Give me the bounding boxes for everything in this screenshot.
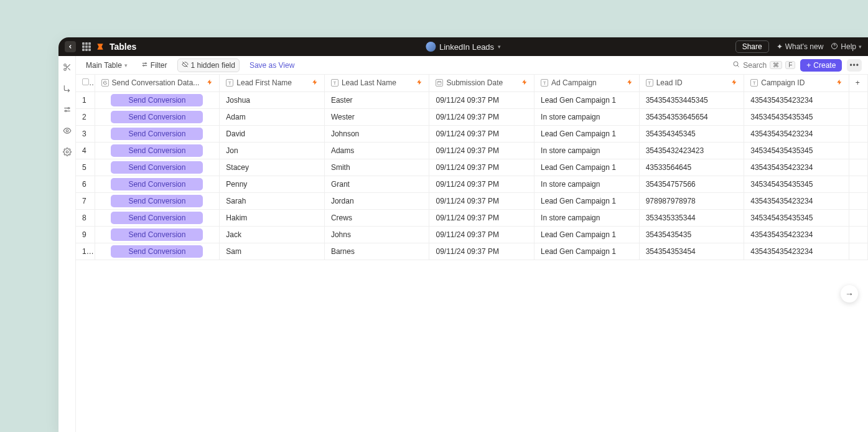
campaignid-cell[interactable]: 435435435423234 bbox=[744, 243, 849, 260]
column-header[interactable]: TLead Last Name bbox=[324, 75, 429, 92]
campaign-cell[interactable]: In store campaign bbox=[534, 209, 640, 226]
date-cell[interactable]: 09/11/24 09:37 PM bbox=[429, 192, 534, 209]
first-name-cell[interactable]: Adam bbox=[220, 108, 325, 125]
leadid-cell[interactable]: 354354353445345 bbox=[639, 92, 744, 108]
table-row[interactable]: 2Send ConversionAdamWester09/11/24 09:37… bbox=[76, 108, 868, 125]
table-row[interactable]: 10Send ConversionSamBarnes09/11/24 09:37… bbox=[76, 243, 868, 260]
leadid-cell[interactable]: 43533564645 bbox=[639, 159, 744, 176]
column-header[interactable]: Submission Date bbox=[429, 75, 534, 92]
leadid-cell[interactable]: 35435435435 bbox=[639, 226, 744, 243]
last-name-cell[interactable]: Crews bbox=[324, 209, 429, 226]
leadid-cell[interactable]: 354354353645654 bbox=[639, 108, 744, 125]
add-column-button[interactable]: + bbox=[849, 75, 867, 92]
campaign-cell[interactable]: Lead Gen Campaign 1 bbox=[534, 192, 640, 209]
first-name-cell[interactable]: David bbox=[220, 125, 325, 142]
last-name-cell[interactable]: Barnes bbox=[324, 243, 429, 260]
more-menu-button[interactable]: ••• bbox=[847, 59, 862, 72]
back-button[interactable] bbox=[65, 41, 76, 52]
table-row[interactable]: 1Send ConversionJoshuaEaster09/11/24 09:… bbox=[76, 92, 868, 108]
column-header[interactable]: Send Conversation Data... bbox=[95, 75, 220, 92]
campaign-cell[interactable]: In store campaign bbox=[534, 176, 640, 192]
sidebar-eye-icon[interactable] bbox=[62, 126, 72, 136]
date-cell[interactable]: 09/11/24 09:37 PM bbox=[429, 159, 534, 176]
leadid-cell[interactable]: 353435335344 bbox=[639, 209, 744, 226]
last-name-cell[interactable]: Johnson bbox=[324, 125, 429, 142]
first-name-cell[interactable]: Penny bbox=[220, 176, 325, 192]
send-conversion-pill[interactable]: Send Conversion bbox=[111, 128, 203, 140]
campaign-cell[interactable]: In store campaign bbox=[534, 108, 640, 125]
send-conversion-pill[interactable]: Send Conversion bbox=[111, 161, 203, 174]
last-name-cell[interactable]: Wester bbox=[324, 108, 429, 125]
campaign-cell[interactable]: Lead Gen Campaign 1 bbox=[534, 159, 640, 176]
leadid-cell[interactable]: 354354353454 bbox=[639, 243, 744, 260]
first-name-cell[interactable]: Jon bbox=[220, 142, 325, 159]
whats-new-link[interactable]: ✦ What's new bbox=[777, 42, 824, 51]
campaign-cell[interactable]: Lead Gen Campaign 1 bbox=[534, 226, 640, 243]
view-selector[interactable]: Main Table ▾ bbox=[82, 59, 131, 72]
campaignid-cell[interactable]: 345345435435345 bbox=[744, 209, 849, 226]
last-name-cell[interactable]: Grant bbox=[324, 176, 429, 192]
filter-button[interactable]: Filter bbox=[138, 59, 171, 72]
date-cell[interactable]: 09/11/24 09:37 PM bbox=[429, 226, 534, 243]
send-conversion-pill[interactable]: Send Conversion bbox=[111, 111, 203, 123]
checkbox-icon[interactable] bbox=[82, 78, 89, 85]
leadid-cell[interactable]: 35435432423423 bbox=[639, 142, 744, 159]
share-button[interactable]: Share bbox=[735, 40, 769, 53]
campaignid-cell[interactable]: 435435435423234 bbox=[744, 92, 849, 108]
leadid-cell[interactable]: 354354757566 bbox=[639, 176, 744, 192]
date-cell[interactable]: 09/11/24 09:37 PM bbox=[429, 209, 534, 226]
campaignid-cell[interactable]: 345345435435345 bbox=[744, 142, 849, 159]
column-header[interactable]: TLead ID bbox=[639, 75, 744, 92]
first-name-cell[interactable]: Sarah bbox=[220, 192, 325, 209]
campaign-cell[interactable]: In store campaign bbox=[534, 142, 640, 159]
date-cell[interactable]: 09/11/24 09:37 PM bbox=[429, 125, 534, 142]
last-name-cell[interactable]: Easter bbox=[324, 92, 429, 108]
send-conversion-pill[interactable]: Send Conversion bbox=[111, 195, 203, 207]
apps-grid-icon[interactable] bbox=[82, 42, 91, 51]
send-conversion-pill[interactable]: Send Conversion bbox=[111, 212, 203, 224]
send-conversion-pill[interactable]: Send Conversion bbox=[111, 94, 203, 106]
send-conversion-pill[interactable]: Send Conversion bbox=[111, 144, 203, 157]
campaignid-cell[interactable]: 435435435423234 bbox=[744, 226, 849, 243]
campaignid-cell[interactable]: 435435435423234 bbox=[744, 125, 849, 142]
last-name-cell[interactable]: Johns bbox=[324, 226, 429, 243]
sidebar-cut-icon[interactable] bbox=[62, 62, 72, 72]
send-conversion-pill[interactable]: Send Conversion bbox=[111, 178, 203, 190]
column-header[interactable]: TCampaign ID bbox=[744, 75, 849, 92]
first-name-cell[interactable]: Joshua bbox=[220, 92, 325, 108]
table-row[interactable]: 6Send ConversionPennyGrant09/11/24 09:37… bbox=[76, 176, 868, 192]
last-name-cell[interactable]: Smith bbox=[324, 159, 429, 176]
table-row[interactable]: 5Send ConversionStaceySmith09/11/24 09:3… bbox=[76, 159, 868, 176]
create-button[interactable]: + Create bbox=[800, 59, 842, 72]
date-cell[interactable]: 09/11/24 09:37 PM bbox=[429, 176, 534, 192]
date-cell[interactable]: 09/11/24 09:37 PM bbox=[429, 142, 534, 159]
first-name-cell[interactable]: Stacey bbox=[220, 159, 325, 176]
leadid-cell[interactable]: 978987978978 bbox=[639, 192, 744, 209]
column-header[interactable]: TLead First Name bbox=[220, 75, 325, 92]
hidden-fields-button[interactable]: 1 hidden field bbox=[177, 59, 240, 72]
campaign-cell[interactable]: Lead Gen Campaign 1 bbox=[534, 92, 640, 108]
first-name-cell[interactable]: Sam bbox=[220, 243, 325, 260]
campaignid-cell[interactable]: 435435435423234 bbox=[744, 192, 849, 209]
last-name-cell[interactable]: Adams bbox=[324, 142, 429, 159]
campaign-cell[interactable]: Lead Gen Campaign 1 bbox=[534, 243, 640, 260]
help-link[interactable]: Help ▾ bbox=[831, 42, 862, 52]
workspace-title-group[interactable]: LinkedIn Leads ▾ bbox=[426, 42, 501, 52]
table-row[interactable]: 4Send ConversionJonAdams09/11/24 09:37 P… bbox=[76, 142, 868, 159]
table-row[interactable]: 7Send ConversionSarahJordan09/11/24 09:3… bbox=[76, 192, 868, 209]
table-row[interactable]: 8Send ConversionHakimCrews09/11/24 09:37… bbox=[76, 209, 868, 226]
select-all-header[interactable] bbox=[76, 75, 95, 92]
table-row[interactable]: 3Send ConversionDavidJohnson09/11/24 09:… bbox=[76, 125, 868, 142]
first-name-cell[interactable]: Jack bbox=[220, 226, 325, 243]
search-box[interactable]: Search ⌘ F bbox=[732, 60, 795, 70]
send-conversion-pill[interactable]: Send Conversion bbox=[111, 245, 203, 258]
send-conversion-pill[interactable]: Send Conversion bbox=[111, 228, 203, 241]
sidebar-arrow-icon[interactable] bbox=[62, 83, 72, 93]
campaignid-cell[interactable]: 435435435423234 bbox=[744, 159, 849, 176]
date-cell[interactable]: 09/11/24 09:37 PM bbox=[429, 92, 534, 108]
campaign-cell[interactable]: Lead Gen Campaign 1 bbox=[534, 125, 640, 142]
sidebar-sliders-icon[interactable] bbox=[62, 105, 72, 115]
sidebar-gear-icon[interactable] bbox=[62, 147, 72, 157]
campaignid-cell[interactable]: 345345435435345 bbox=[744, 176, 849, 192]
campaignid-cell[interactable]: 345345435435345 bbox=[744, 108, 849, 125]
